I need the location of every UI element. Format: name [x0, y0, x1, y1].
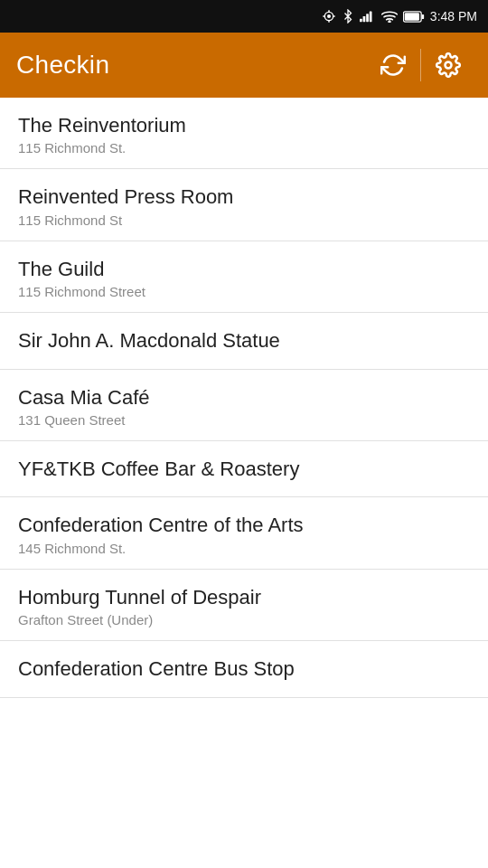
item-name: Confederation Centre Bus Stop: [18, 657, 470, 681]
svg-point-10: [446, 62, 452, 69]
refresh-button[interactable]: [370, 42, 417, 89]
list-item[interactable]: The Reinventorium115 Richmond St.: [0, 98, 488, 169]
toolbar-divider: [420, 49, 421, 81]
item-name: Homburg Tunnel of Despair: [18, 586, 470, 609]
svg-point-6: [389, 21, 390, 23]
app-title: Checkin: [16, 51, 370, 80]
svg-point-0: [327, 14, 331, 18]
item-address: 115 Richmond St.: [18, 140, 470, 156]
svg-rect-5: [370, 12, 372, 23]
status-time: 3:48 PM: [430, 9, 477, 24]
toolbar-actions: [370, 42, 472, 89]
venue-list: The Reinventorium115 Richmond St.Reinven…: [0, 98, 488, 698]
item-name: Reinvented Press Room: [18, 185, 470, 209]
item-address: 115 Richmond St: [18, 212, 470, 228]
item-name: Sir John A. Macdonald Statue: [18, 329, 470, 353]
settings-button[interactable]: [425, 42, 472, 89]
list-item[interactable]: Reinvented Press Room115 Richmond St: [0, 169, 488, 241]
item-name: The Guild: [18, 258, 470, 281]
item-address: 115 Richmond Street: [18, 284, 470, 299]
list-item[interactable]: Homburg Tunnel of DespairGrafton Street …: [0, 570, 488, 641]
svg-rect-3: [362, 16, 365, 22]
item-name: YF&TKB Coffee Bar & Roastery: [18, 458, 470, 481]
item-address: Grafton Street (Under): [18, 612, 470, 627]
item-name: Confederation Centre of the Arts: [18, 514, 470, 537]
status-icons: 3:48 PM: [322, 9, 477, 24]
list-item[interactable]: Confederation Centre Bus Stop: [0, 641, 488, 697]
list-item[interactable]: Sir John A. Macdonald Statue: [0, 313, 488, 369]
list-item[interactable]: Confederation Centre of the Arts145 Rich…: [0, 497, 488, 569]
item-address: 145 Richmond St.: [18, 541, 470, 556]
svg-rect-8: [421, 14, 424, 18]
status-bar: 3:48 PM: [0, 0, 488, 33]
svg-rect-9: [405, 13, 419, 21]
list-item[interactable]: Casa Mia Café131 Queen Street: [0, 370, 488, 441]
item-name: Casa Mia Café: [18, 386, 470, 410]
item-address: 131 Queen Street: [18, 412, 470, 428]
item-name: The Reinventorium: [18, 114, 470, 137]
svg-rect-2: [360, 19, 362, 23]
list-item[interactable]: The Guild115 Richmond Street: [0, 241, 488, 313]
toolbar: Checkin: [0, 33, 488, 98]
svg-rect-4: [366, 14, 369, 22]
list-item[interactable]: YF&TKB Coffee Bar & Roastery: [0, 441, 488, 497]
